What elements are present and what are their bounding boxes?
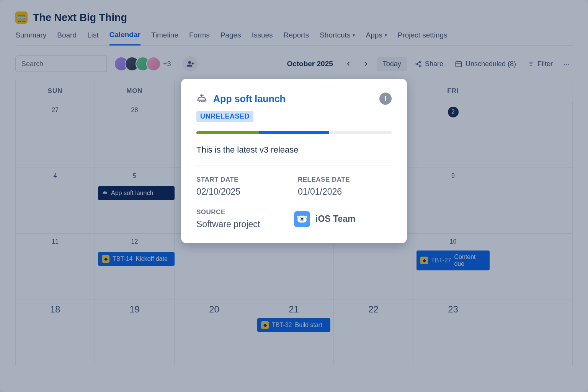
progress-done — [196, 131, 259, 134]
release-modal: App soft launch i UNRELEASED This is the… — [181, 79, 407, 243]
source-row: SOURCE Software project 🐻‍❄️ iOS Team — [196, 208, 392, 229]
team-name: iOS Team — [315, 214, 355, 224]
team-link[interactable]: 🐻‍❄️ iOS Team — [294, 211, 392, 227]
team-icon: 🐻‍❄️ — [294, 211, 310, 227]
ship-icon — [196, 93, 207, 105]
divider — [196, 166, 392, 166]
modal-title[interactable]: App soft launch — [213, 93, 373, 104]
start-date-value: 02/10/2025 — [196, 187, 290, 197]
progress-bar — [196, 131, 392, 134]
start-date-label: START DATE — [196, 176, 290, 184]
modal-description: This is the latest v3 release — [196, 145, 392, 155]
release-date-label: RELEASE DATE — [298, 176, 392, 184]
status-badge: UNRELEASED — [196, 111, 253, 122]
modal-header: App soft launch i — [196, 93, 392, 105]
progress-inprogress — [259, 131, 329, 134]
modal-overlay[interactable]: App soft launch i UNRELEASED This is the… — [0, 0, 588, 392]
info-icon[interactable]: i — [379, 93, 392, 105]
release-date-value: 01/01/2026 — [298, 187, 392, 197]
source-label: SOURCE — [196, 208, 294, 216]
date-row: START DATE 02/10/2025 RELEASE DATE 01/01… — [196, 176, 392, 197]
source-value: Software project — [196, 219, 294, 229]
